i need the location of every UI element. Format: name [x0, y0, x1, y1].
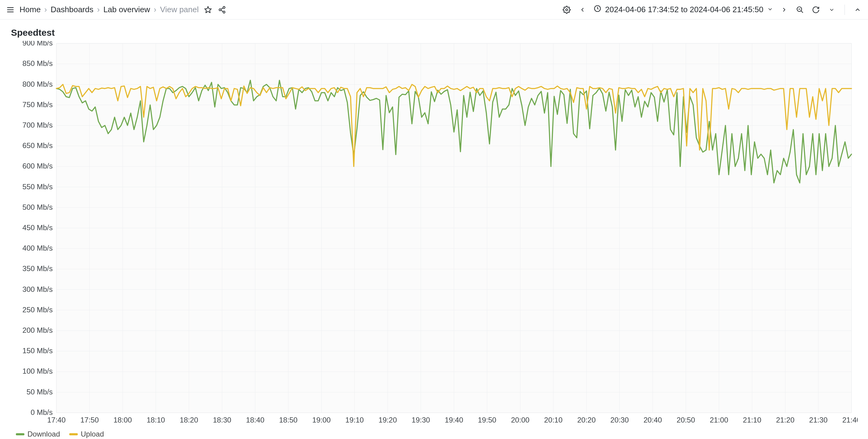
share-icon[interactable] — [217, 5, 227, 14]
svg-text:20:10: 20:10 — [544, 416, 562, 424]
svg-text:0 Mb/s: 0 Mb/s — [31, 408, 53, 416]
speedtest-chart[interactable]: 0 Mb/s50 Mb/s100 Mb/s150 Mb/s200 Mb/s250… — [10, 41, 858, 428]
svg-text:20:20: 20:20 — [577, 416, 596, 424]
svg-text:21:10: 21:10 — [743, 416, 761, 424]
legend-label-upload: Upload — [81, 430, 104, 438]
collapse-icon[interactable] — [853, 5, 863, 14]
svg-text:800 Mb/s: 800 Mb/s — [23, 80, 53, 88]
svg-text:18:40: 18:40 — [246, 416, 264, 424]
time-next-icon[interactable] — [779, 5, 789, 14]
chevron-right-icon: › — [44, 5, 47, 14]
chevron-right-icon: › — [154, 5, 156, 14]
svg-point-5 — [219, 8, 221, 11]
svg-text:19:00: 19:00 — [312, 416, 331, 424]
svg-text:300 Mb/s: 300 Mb/s — [23, 285, 53, 293]
refresh-interval-dropdown[interactable] — [827, 5, 837, 14]
svg-text:19:30: 19:30 — [412, 416, 430, 424]
svg-text:18:50: 18:50 — [279, 416, 298, 424]
svg-point-4 — [223, 6, 225, 8]
breadcrumb-lab-overview[interactable]: Lab overview — [103, 5, 150, 14]
topbar-left: Home › Dashboards › Lab overview › View … — [5, 5, 227, 14]
svg-text:21:00: 21:00 — [710, 416, 728, 424]
svg-text:21:20: 21:20 — [776, 416, 794, 424]
time-range-label: 2024-04-06 17:34:52 to 2024-04-06 21:45:… — [605, 5, 764, 14]
legend-label-download: Download — [27, 430, 60, 438]
topbar-right: 2024-04-06 17:34:52 to 2024-04-06 21:45:… — [562, 5, 863, 15]
legend-swatch-download — [16, 433, 24, 435]
svg-text:17:40: 17:40 — [47, 416, 66, 424]
svg-text:50 Mb/s: 50 Mb/s — [27, 388, 53, 396]
svg-point-6 — [223, 11, 225, 13]
legend-download[interactable]: Download — [16, 430, 60, 438]
legend-swatch-upload — [69, 433, 78, 435]
chevron-right-icon: › — [97, 5, 100, 14]
svg-text:20:00: 20:00 — [511, 416, 529, 424]
svg-text:350 Mb/s: 350 Mb/s — [23, 264, 53, 273]
divider — [844, 5, 845, 15]
svg-line-7 — [221, 8, 223, 9]
star-icon[interactable] — [203, 5, 213, 14]
breadcrumb: Home › Dashboards › Lab overview › View … — [20, 5, 199, 14]
svg-text:20:50: 20:50 — [677, 416, 695, 424]
svg-text:200 Mb/s: 200 Mb/s — [23, 326, 53, 334]
svg-text:450 Mb/s: 450 Mb/s — [23, 224, 53, 232]
svg-text:20:30: 20:30 — [610, 416, 628, 424]
svg-text:19:10: 19:10 — [345, 416, 364, 424]
svg-text:18:20: 18:20 — [180, 416, 198, 424]
svg-text:500 Mb/s: 500 Mb/s — [23, 203, 53, 211]
svg-text:400 Mb/s: 400 Mb/s — [23, 244, 53, 252]
topbar: Home › Dashboards › Lab overview › View … — [0, 0, 868, 20]
svg-point-9 — [566, 8, 568, 11]
chart-legend: Download Upload — [16, 430, 858, 438]
menu-icon[interactable] — [5, 5, 15, 14]
time-prev-icon[interactable] — [578, 5, 587, 14]
breadcrumb-dashboards[interactable]: Dashboards — [51, 5, 93, 14]
panel-title: Speedtest — [11, 27, 858, 38]
svg-text:21:40: 21:40 — [842, 416, 858, 424]
svg-text:19:40: 19:40 — [445, 416, 463, 424]
svg-text:550 Mb/s: 550 Mb/s — [23, 182, 53, 191]
refresh-icon[interactable] — [811, 5, 821, 14]
page-body: Speedtest 0 Mb/s50 Mb/s100 Mb/s150 Mb/s2… — [0, 20, 868, 439]
legend-upload[interactable]: Upload — [69, 430, 104, 438]
svg-text:19:50: 19:50 — [478, 416, 496, 424]
svg-text:18:10: 18:10 — [147, 416, 165, 424]
svg-text:18:30: 18:30 — [213, 416, 231, 424]
svg-marker-3 — [205, 6, 211, 13]
svg-text:21:30: 21:30 — [809, 416, 828, 424]
svg-text:18:00: 18:00 — [114, 416, 132, 424]
svg-text:150 Mb/s: 150 Mb/s — [23, 347, 53, 355]
svg-text:19:20: 19:20 — [378, 416, 397, 424]
svg-text:100 Mb/s: 100 Mb/s — [23, 367, 53, 375]
svg-text:900 Mb/s: 900 Mb/s — [23, 41, 53, 47]
svg-text:650 Mb/s: 650 Mb/s — [23, 141, 53, 150]
clock-icon — [593, 5, 601, 14]
svg-line-8 — [221, 10, 223, 11]
settings-icon[interactable] — [562, 5, 571, 14]
svg-text:850 Mb/s: 850 Mb/s — [23, 59, 53, 67]
breadcrumb-view-panel: View panel — [160, 5, 199, 14]
svg-text:17:50: 17:50 — [80, 416, 98, 424]
svg-line-12 — [801, 11, 803, 13]
time-range-picker[interactable]: 2024-04-06 17:34:52 to 2024-04-06 21:45:… — [593, 5, 773, 14]
chart-container: 0 Mb/s50 Mb/s100 Mb/s150 Mb/s200 Mb/s250… — [10, 41, 858, 428]
svg-text:250 Mb/s: 250 Mb/s — [23, 305, 53, 314]
breadcrumb-home[interactable]: Home — [20, 5, 40, 14]
svg-text:700 Mb/s: 700 Mb/s — [23, 121, 53, 129]
svg-text:20:40: 20:40 — [644, 416, 662, 424]
zoom-out-icon[interactable] — [795, 5, 805, 14]
svg-text:600 Mb/s: 600 Mb/s — [23, 162, 53, 170]
chevron-down-icon — [767, 5, 773, 14]
svg-text:750 Mb/s: 750 Mb/s — [23, 100, 53, 109]
